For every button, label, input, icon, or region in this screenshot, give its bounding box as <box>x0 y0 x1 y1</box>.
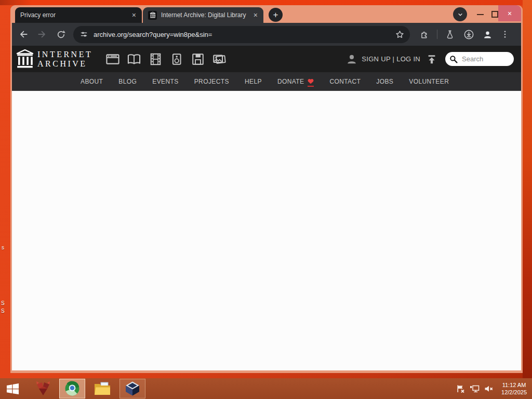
toolbar-separator <box>437 30 437 39</box>
taskbar-virtualbox-button[interactable] <box>119 379 145 398</box>
video-icon[interactable] <box>149 52 162 65</box>
tab-search-button[interactable] <box>453 7 467 21</box>
window-close-button[interactable]: × <box>498 5 521 21</box>
network-icon[interactable] <box>470 384 480 393</box>
images-icon[interactable] <box>212 52 226 65</box>
taskbar-app-red-icon[interactable] <box>32 378 54 399</box>
browser-menu-icon[interactable] <box>498 27 512 42</box>
nav-blog[interactable]: BLOG <box>118 78 137 85</box>
desktop-icon-label-fragment: S <box>1 301 5 306</box>
taskbar-file-explorer-button[interactable] <box>91 378 113 399</box>
tab-title: Privacy error <box>20 11 130 19</box>
virtualbox-icon <box>125 381 140 396</box>
chevron-down-icon <box>457 11 464 18</box>
site-info-icon[interactable] <box>79 30 88 39</box>
nav-volunteer[interactable]: VOLUNTEER <box>409 78 449 85</box>
action-center-flag-icon[interactable] <box>456 384 465 393</box>
web-icon[interactable] <box>106 52 119 65</box>
internet-archive-favicon-icon <box>148 11 157 20</box>
taskbar: 11:12 AM 12/2/2025 <box>0 378 532 399</box>
new-tab-button[interactable]: + <box>269 8 283 22</box>
url-text[interactable]: archive.org/search?query=win8pe&sin= <box>94 31 395 38</box>
desktop-icon-label-fragment: s <box>2 245 4 250</box>
start-button[interactable] <box>0 378 25 399</box>
maximize-button[interactable] <box>491 11 498 18</box>
texts-icon[interactable] <box>127 52 141 65</box>
desktop-right-band <box>523 0 532 399</box>
nav-projects[interactable]: PROJECTS <box>194 78 229 85</box>
labs-flask-icon[interactable] <box>443 27 457 42</box>
nav-jobs[interactable]: JOBS <box>376 78 393 85</box>
page-content <box>12 90 521 370</box>
browser-window: Privacy error × Internet Archive: Digita… <box>10 5 523 373</box>
browser-toolbar: archive.org/search?query=win8pe&sin= <box>12 23 521 46</box>
ia-building-icon <box>16 49 34 69</box>
downloads-button[interactable] <box>461 27 476 42</box>
ia-search-box[interactable] <box>445 52 514 66</box>
bookmark-star-icon[interactable] <box>395 30 405 39</box>
clock-date: 12/2/2025 <box>501 389 527 396</box>
extensions-icon[interactable] <box>417 27 432 42</box>
taskbar-chrome-button[interactable] <box>59 379 85 398</box>
software-icon[interactable] <box>191 52 205 65</box>
profile-avatar-icon[interactable] <box>480 27 495 42</box>
internet-archive-logo[interactable]: INTERNET ARCHIVE <box>16 49 92 69</box>
ia-wordmark: INTERNET ARCHIVE <box>37 50 92 68</box>
tab-privacy-error[interactable]: Privacy error × <box>15 7 142 23</box>
volume-muted-icon[interactable] <box>484 384 494 393</box>
forward-button[interactable] <box>35 27 49 42</box>
internet-archive-header: INTERNET ARCHIVE <box>12 46 521 72</box>
media-type-icons <box>106 52 226 65</box>
windows-logo-icon <box>6 382 19 395</box>
nav-help[interactable]: HELP <box>245 78 262 85</box>
donate-heart-icon <box>308 78 314 84</box>
tab-internet-archive[interactable]: Internet Archive: Digital Library × <box>143 7 263 23</box>
minimize-button[interactable] <box>477 14 484 15</box>
file-explorer-icon <box>94 382 111 396</box>
ia-header-right: SIGN UP | LOG IN <box>346 52 521 66</box>
internet-archive-nav: ABOUT BLOG EVENTS PROJECTS HELP DONATE C… <box>12 72 521 90</box>
chrome-icon <box>64 381 80 396</box>
nav-donate-label: DONATE <box>277 78 304 85</box>
tab-strip: Privacy error × Internet Archive: Digita… <box>12 5 521 23</box>
back-button[interactable] <box>16 27 31 42</box>
taskbar-clock[interactable]: 11:12 AM 12/2/2025 <box>501 381 527 396</box>
nav-donate[interactable]: DONATE <box>277 78 314 85</box>
clock-time: 11:12 AM <box>501 381 527 389</box>
user-icon[interactable] <box>346 54 357 65</box>
desktop-top-strip <box>0 0 532 5</box>
signup-login-link[interactable]: SIGN UP | LOG IN <box>362 55 420 63</box>
audio-icon[interactable] <box>170 52 183 65</box>
address-bar[interactable]: archive.org/search?query=win8pe&sin= <box>73 26 410 43</box>
search-icon <box>449 55 458 63</box>
upload-icon[interactable] <box>427 54 437 64</box>
system-tray: 11:12 AM 12/2/2025 <box>456 381 532 396</box>
tab-close-icon[interactable]: × <box>130 11 138 19</box>
reload-button[interactable] <box>54 27 68 42</box>
nav-events[interactable]: EVENTS <box>152 78 178 85</box>
ia-search-input[interactable] <box>461 55 510 63</box>
tab-title: Internet Archive: Digital Library <box>161 11 252 19</box>
nav-contact[interactable]: CONTACT <box>329 78 361 85</box>
nav-about[interactable]: ABOUT <box>81 78 103 85</box>
tab-close-icon[interactable]: × <box>252 11 259 19</box>
desktop-icon-label-fragment: S <box>1 309 5 314</box>
